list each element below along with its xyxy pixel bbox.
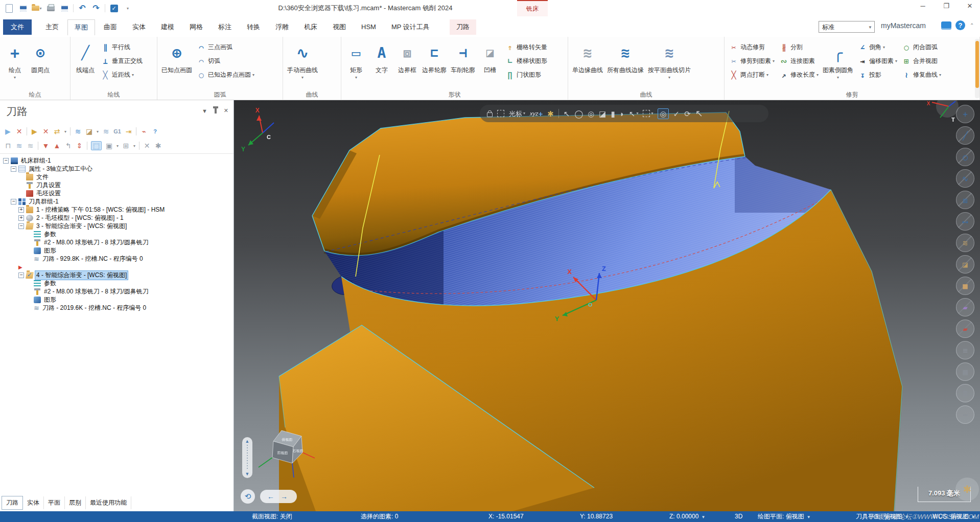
ribbon-button-近距线[interactable]: ╳近距线▾ — [100, 69, 143, 81]
ribbon-button-连接图素[interactable]: ∾连接图素 — [779, 55, 819, 67]
verify-icon[interactable]: ✓ — [109, 3, 119, 13]
ribbon-button-线端点[interactable]: ╱线端点 — [73, 38, 98, 87]
tree-item[interactable]: 毛坯设置 — [0, 189, 234, 197]
autocursor-marquee-icon[interactable] — [497, 110, 504, 117]
tab-主页[interactable]: 主页 — [39, 19, 65, 35]
select-all-operations-icon[interactable]: ▶ — [4, 128, 12, 135]
tree-item[interactable]: #2 - M8.00 球形铣刀 - 8 球刀/圆鼻铣刀 — [0, 238, 234, 246]
expand-icon[interactable]: + — [18, 207, 24, 213]
save-as-icon[interactable] — [59, 3, 69, 13]
collapse-ribbon-icon[interactable]: ⌃ — [970, 22, 974, 28]
select-cursor-dropdown[interactable]: ↖▾ — [629, 110, 639, 118]
qm-line-icon[interactable]: ╱ — [956, 126, 974, 145]
tree-item[interactable]: −属性 - 3轴立式加工中心 — [0, 165, 234, 173]
tab-视图[interactable]: 视图 — [326, 19, 353, 35]
feedback-icon[interactable] — [941, 21, 951, 30]
window-select-dropdown[interactable]: ▾ — [643, 110, 653, 117]
collapse-icon[interactable]: − — [11, 166, 16, 172]
tree-item[interactable]: #2 - M8.00 球形铣刀 - 8 球刀/圆鼻铣刀 — [0, 287, 234, 296]
help-icon[interactable]: ? — [151, 129, 159, 134]
tree-item[interactable]: −机床群组-1 — [0, 156, 234, 165]
tree-item[interactable]: 图形 — [0, 296, 234, 304]
context-tab-group-mill[interactable]: 铣床 — [517, 0, 548, 16]
select-cylinder-icon[interactable]: ◎ — [588, 110, 594, 118]
slider-up-icon[interactable]: ▲ — [245, 439, 250, 444]
qm-wireframe-icon[interactable]: ⧈ — [956, 191, 974, 209]
post-process-icon[interactable]: ⇥ — [125, 128, 132, 135]
program-numbers-icon[interactable]: ⊞ — [122, 142, 130, 149]
undo-icon[interactable]: ↶ — [77, 3, 87, 13]
select-cube-icon[interactable]: ◪ — [599, 110, 606, 118]
qm-arc-icon[interactable]: ◯ — [956, 148, 974, 166]
qm-solid-icon[interactable]: ■ — [956, 277, 974, 295]
tab-标注[interactable]: 标注 — [212, 19, 238, 35]
tree-item[interactable]: −刀具群组-1 — [0, 197, 234, 206]
ribbon-button-手动画曲线[interactable]: ∿手动画曲线▾ — [285, 38, 320, 87]
qm-point-icon[interactable]: + — [956, 105, 974, 123]
tree-item[interactable]: +2 - 毛坯模型 - [WCS: 俯视图] - 1 — [0, 214, 234, 222]
invalidate-selected-icon[interactable]: ✕ — [42, 128, 50, 135]
tree-item[interactable]: −3 - 智能综合渐变 - [WCS: 俯视图] — [0, 222, 234, 230]
select-arrow-icon[interactable]: ↖ — [564, 110, 570, 118]
tab-刀路[interactable]: 刀路 — [450, 19, 476, 35]
qm-spline-icon[interactable]: ∿ — [956, 169, 974, 188]
tree-item[interactable]: +1 - 挖槽策略 下午 01:58 - [WCS: 俯视图] - HSM — [0, 206, 234, 214]
tab-曲面[interactable]: 曲面 — [97, 19, 124, 35]
end-selection-cursor-icon[interactable]: ↖ — [695, 109, 703, 118]
collapse-icon[interactable]: − — [11, 199, 16, 205]
collapse-icon[interactable]: − — [18, 223, 24, 229]
ribbon-button-分割[interactable]: ∦分割 — [779, 41, 819, 54]
select-block-icon[interactable]: ▮ — [611, 110, 615, 118]
tree-item[interactable]: 文件 — [0, 173, 234, 181]
tab-file[interactable]: 文件 — [3, 19, 32, 35]
ribbon-button-车削轮廓[interactable]: ⊣车削轮廓 — [449, 38, 477, 87]
tab-转换[interactable]: 转换 — [240, 19, 267, 35]
backplot-icon[interactable]: ≋ — [74, 128, 82, 135]
cursor-mode-dropdown[interactable]: 光标▾ — [509, 110, 525, 117]
ribbon-button-已知边界点画圆[interactable]: ◯已知边界点画圆▾ — [196, 69, 254, 81]
save-icon[interactable] — [18, 3, 28, 13]
simulator-icon[interactable]: ≋ — [102, 128, 110, 135]
display-options-icon[interactable]: ▣ — [105, 142, 113, 149]
ribbon-button-单边缘曲线[interactable]: ≋单边缘曲线 — [570, 38, 605, 87]
tab-机床[interactable]: 机床 — [297, 19, 324, 35]
customize-qat-icon[interactable]: ▾ — [123, 3, 133, 13]
qm-grid-icon[interactable]: ▦ — [956, 362, 974, 381]
toolpath-display-icon[interactable]: ≋ — [27, 142, 34, 149]
tree-item[interactable]: 刀具设置 — [0, 181, 234, 189]
marquee-select-icon[interactable]: ⬚ — [91, 141, 102, 150]
graphics-viewport[interactable]: X Z Y X Y C X T — [234, 100, 980, 511]
ribbon-button-按平面曲线切片[interactable]: ≋按平面曲线切片▾ — [646, 38, 693, 87]
select-sphere-icon[interactable]: ◗ — [620, 110, 624, 118]
gview-lock-icon[interactable] — [487, 112, 493, 117]
rotate-gnomon-icon[interactable]: ⟳ — [684, 110, 691, 118]
tree-item[interactable]: ≋刀路 - 2019.6K - 挖槽.NC - 程序编号 0 — [0, 304, 234, 312]
expand-icon[interactable]: + — [18, 215, 24, 221]
collapse-icon[interactable]: − — [3, 158, 9, 164]
feed-display-icon[interactable]: ≋ — [15, 142, 23, 149]
ribbon-button-偏移图素[interactable]: ⇥偏移图素▾ — [857, 55, 897, 67]
tree-item[interactable]: 参数 — [0, 230, 234, 238]
select-last-icon[interactable]: ◎ — [658, 108, 668, 119]
qm-surface-icon[interactable]: ≋ — [956, 234, 974, 252]
select-circle-icon[interactable]: ◯ — [574, 110, 583, 118]
ribbon-button-修改长度[interactable]: ↗修改长度▾ — [779, 69, 819, 81]
lock-icon[interactable]: ⊓ — [4, 142, 12, 149]
ribbon-button-边界轮廓[interactable]: ⊏边界轮廓 — [420, 38, 449, 87]
ribbon-scrollbar[interactable] — [975, 39, 979, 98]
verify-solid-icon[interactable]: ◪ — [85, 128, 93, 135]
validate-selection-icon[interactable]: ✓ — [673, 110, 680, 118]
ribbon-button-图素倒圆角[interactable]: ╭图素倒圆角▾ — [821, 38, 855, 87]
ribbon-button-已知点画圆[interactable]: ⊕已知点画圆 — [159, 38, 194, 87]
print-icon[interactable] — [45, 3, 56, 13]
pan-arrows-button[interactable]: ← → — [260, 490, 297, 503]
move-insert-icon[interactable]: ↰ — [64, 142, 72, 149]
ribbon-button-投影[interactable]: ↧投影 — [857, 69, 897, 81]
tab-实体[interactable]: 实体 — [126, 19, 152, 35]
slider-down-icon[interactable]: ▼ — [245, 471, 250, 476]
move-operations-icon[interactable]: ⇄ — [53, 128, 61, 135]
restore-button[interactable]: ❐ — [941, 2, 951, 10]
panel-close-icon[interactable]: ✕ — [224, 107, 228, 114]
regen-selected-icon[interactable]: ▶ — [31, 128, 38, 135]
help-icon[interactable]: ? — [955, 20, 965, 30]
